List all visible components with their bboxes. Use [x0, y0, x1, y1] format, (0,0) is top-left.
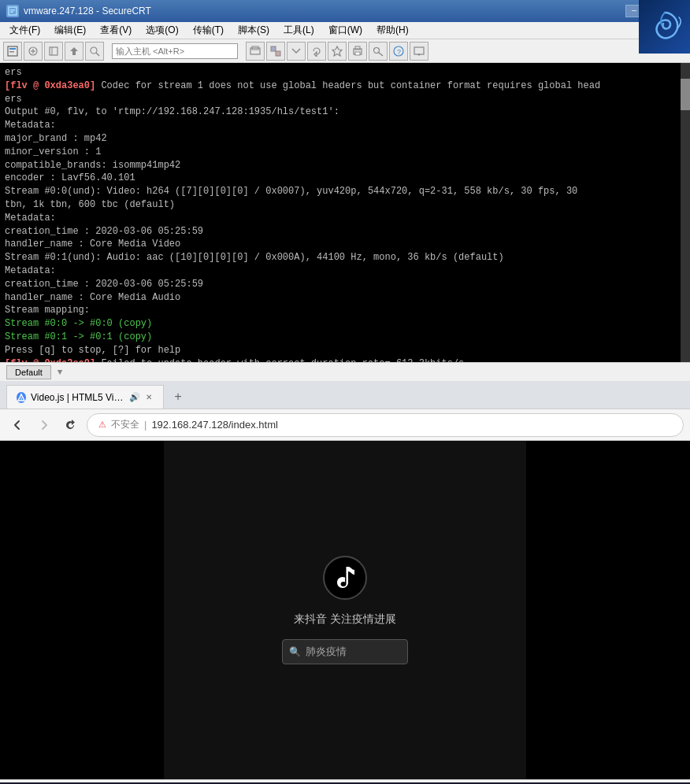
- browser-nav: ⚠ 不安全 | 192.168.247.128/index.html: [0, 409, 690, 441]
- terminal-scrollbar[interactable]: [681, 63, 690, 362]
- url-text: 192.168.247.128/index.html: [151, 419, 277, 431]
- menu-transfer[interactable]: 传输(T): [187, 22, 230, 39]
- forward-button[interactable]: [33, 414, 55, 436]
- window-title: vmware.247.128 - SecureCRT: [24, 6, 151, 17]
- svg-rect-20: [355, 52, 360, 55]
- app-icon: [6, 5, 19, 17]
- svg-rect-4: [9, 48, 16, 50]
- video-main-text: 来抖音 关注疫情进展: [294, 612, 396, 627]
- terminal-line-14: handler_name : Core Media Video: [5, 238, 685, 251]
- terminal-line-1: ers: [5, 66, 685, 80]
- toolbar-btn-9[interactable]: [307, 42, 326, 61]
- menu-file[interactable]: 文件(F): [3, 22, 46, 39]
- tab-audio-icon: 🔊: [129, 392, 140, 402]
- svg-rect-25: [414, 47, 424, 54]
- menu-tools[interactable]: 工具(L): [277, 22, 321, 39]
- host-input[interactable]: [112, 43, 238, 59]
- toolbar-btn-6[interactable]: [246, 42, 265, 61]
- video-search-box[interactable]: 🔍 肺炎疫情: [282, 639, 408, 664]
- svg-rect-16: [276, 51, 280, 56]
- toolbar-btn-7[interactable]: [266, 42, 285, 61]
- terminal-line-7: minor_version : 1: [5, 146, 685, 159]
- url-separator: |: [144, 419, 147, 431]
- terminal-line-4: Output #0, flv, to 'rtmp://192.168.247.1…: [5, 105, 685, 119]
- terminal-line-12: Metadata:: [5, 212, 685, 225]
- search-icon: 🔍: [289, 646, 301, 658]
- terminal-line-9: encoder : Lavf56.40.101: [5, 172, 685, 185]
- svg-point-21: [374, 47, 380, 53]
- terminal-line-21: Stream #0:1 -> #0:1 (copy): [5, 331, 685, 344]
- toolbar-btn-1[interactable]: [3, 42, 22, 61]
- terminal-line-2: [flv @ 0xda3ea0] Codec for stream 1 does…: [5, 80, 685, 93]
- terminal-line-17: creation_time : 2020-03-06 05:25:59: [5, 278, 685, 291]
- toolbar-btn-2[interactable]: [24, 42, 43, 61]
- browser-tab-active[interactable]: Video.js | HTML5 Video Pl... 🔊 ✕: [6, 385, 164, 409]
- svg-rect-2: [10, 12, 13, 13]
- terminal-line-8: compatible_brands: isommp41mp42: [5, 159, 685, 172]
- terminal-line-3: ers: [5, 93, 685, 106]
- terminal-line-5: Metadata:: [5, 119, 685, 132]
- session-status-bar: Default ▼: [0, 362, 690, 381]
- browser-wrapper: Video.js | HTML5 Video Pl... 🔊 ✕ + ⚠ 不安全…: [0, 381, 690, 782]
- terminal-line-10: Stream #0:0(und): Video: h264 ([7][0][0]…: [5, 185, 685, 198]
- terminal-line-18: handler_name : Core Media Audio: [5, 291, 685, 305]
- toolbar-btn-10[interactable]: [328, 42, 347, 61]
- new-tab-button[interactable]: +: [167, 386, 189, 409]
- session-tab-default[interactable]: Default: [6, 365, 51, 379]
- toolbar-btn-question[interactable]: ?: [389, 42, 408, 61]
- menu-window[interactable]: 窗口(W): [322, 22, 369, 39]
- menu-options[interactable]: 选项(O): [139, 22, 184, 39]
- video-left-black: [0, 441, 164, 779]
- menu-help[interactable]: 帮助(H): [370, 22, 415, 39]
- address-bar[interactable]: ⚠ 不安全 | 192.168.247.128/index.html: [87, 413, 684, 437]
- svg-line-22: [379, 52, 384, 56]
- terminal-scrollbar-thumb[interactable]: [681, 79, 690, 110]
- refresh-button[interactable]: [60, 414, 82, 436]
- tab-label: Video.js | HTML5 Video Pl...: [31, 392, 124, 403]
- menu-view[interactable]: 查看(V): [94, 22, 138, 39]
- terminal-line-11: tbn, 1k tbn, 600 tbc (default): [5, 198, 685, 212]
- menu-script[interactable]: 脚本(S): [232, 22, 276, 39]
- terminal-line-22: Press [q] to stop, [?] for help: [5, 344, 685, 357]
- protocol-label: 不安全: [111, 418, 139, 431]
- app-logo: [639, 0, 690, 54]
- security-icon: ⚠: [98, 420, 106, 430]
- video-player-area: 来抖音 关注疫情进展 🔍 肺炎疫情: [0, 441, 690, 779]
- terminal-line-16: Metadata:: [5, 264, 685, 278]
- svg-rect-0: [9, 7, 17, 15]
- tab-favicon: [17, 392, 26, 403]
- toolbar-btn-4[interactable]: [65, 42, 83, 61]
- toolbar-btn-8[interactable]: [287, 42, 306, 61]
- svg-rect-15: [271, 46, 276, 51]
- title-bar: vmware.247.128 - SecureCRT ─ □ ✕: [0, 0, 690, 22]
- svg-point-11: [91, 47, 97, 54]
- terminal-line-20: Stream #0:0 -> #0:0 (copy): [5, 317, 685, 331]
- tab-close-button[interactable]: ✕: [145, 392, 154, 403]
- terminal-line-23: [flv @ 0xda3ea0] Failed to update header…: [5, 357, 685, 362]
- terminal-line-13: creation_time : 2020-03-06 05:25:59: [5, 225, 685, 239]
- video-right-black: [526, 441, 690, 779]
- svg-rect-5: [9, 51, 14, 53]
- svg-marker-17: [332, 46, 342, 56]
- toolbar-btn-screen[interactable]: [410, 42, 428, 61]
- svg-rect-1: [10, 9, 15, 11]
- svg-text:?: ?: [397, 49, 401, 57]
- svg-line-12: [96, 53, 99, 56]
- back-button[interactable]: [6, 414, 28, 436]
- video-inner: 来抖音 关注疫情进展 🔍 肺炎疫情: [282, 556, 408, 664]
- menu-bar: 文件(F) 编辑(E) 查看(V) 选项(O) 传输(T) 脚本(S) 工具(L…: [0, 22, 690, 39]
- title-bar-left: vmware.247.128 - SecureCRT: [6, 5, 151, 17]
- terminal-line-15: Stream #0:1(und): Audio: aac ([10][0][0]…: [5, 251, 685, 264]
- terminal-line-6: major_brand : mp42: [5, 132, 685, 146]
- search-placeholder-text: 肺炎疫情: [306, 645, 347, 659]
- terminal[interactable]: ers [flv @ 0xda3ea0] Codec for stream 1 …: [0, 63, 690, 362]
- browser-tab-bar: Video.js | HTML5 Video Pl... 🔊 ✕ +: [0, 381, 690, 409]
- toolbar-btn-key[interactable]: [369, 42, 388, 61]
- toolbar-btn-3[interactable]: [44, 42, 63, 61]
- toolbar: ?: [0, 39, 690, 63]
- menu-edit[interactable]: 编辑(E): [48, 22, 92, 39]
- toolbar-btn-5[interactable]: [85, 42, 104, 61]
- toolbar-btn-print[interactable]: [348, 42, 367, 61]
- tab-dropdown[interactable]: ▼: [58, 368, 63, 377]
- svg-rect-9: [50, 47, 58, 55]
